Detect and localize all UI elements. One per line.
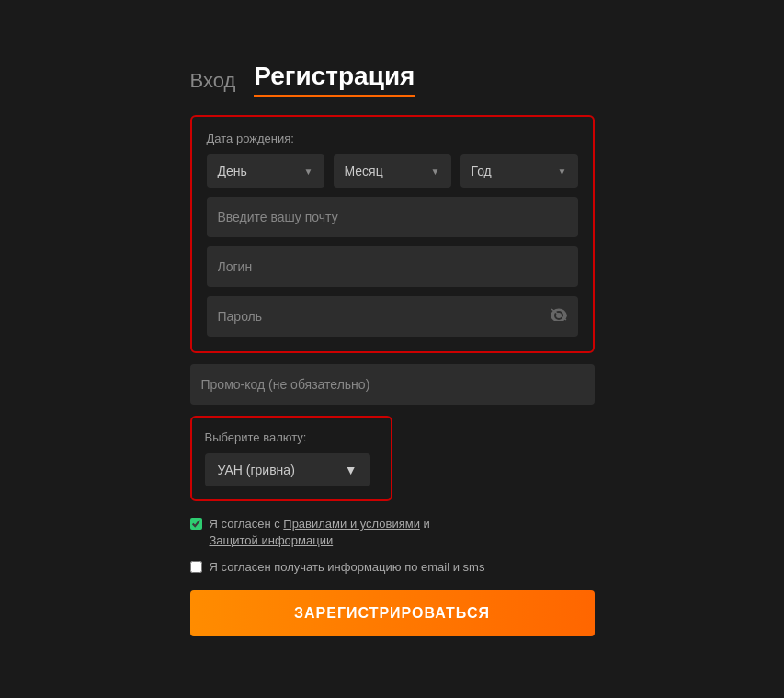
login-field[interactable] <box>207 246 578 287</box>
main-form-section: Дата рождения: День ▼ Месяц ▼ Год ▼ <box>190 115 595 353</box>
birthday-row: День ▼ Месяц ▼ Год ▼ <box>207 154 578 188</box>
month-chevron-icon: ▼ <box>431 166 440 177</box>
privacy-link[interactable]: Защитой информации <box>210 533 334 547</box>
tab-login[interactable]: Вход <box>190 69 236 97</box>
register-button[interactable]: ЗАРЕГИСТРИРОВАТЬСЯ <box>190 590 595 636</box>
currency-section: Выберите валюту: УАН (гривна) ▼ <box>190 416 392 501</box>
email-field[interactable] <box>207 197 578 237</box>
currency-dropdown[interactable]: УАН (гривна) ▼ <box>205 453 370 486</box>
terms-checkbox[interactable] <box>190 518 202 530</box>
password-field[interactable] <box>207 296 578 337</box>
year-label: Год <box>472 164 492 178</box>
toggle-password-icon[interactable] <box>551 308 567 325</box>
registration-container: Вход Регистрация Дата рождения: День ▼ М… <box>172 34 613 664</box>
year-chevron-icon: ▼ <box>558 166 567 177</box>
day-label: День <box>218 164 247 178</box>
month-dropdown[interactable]: Месяц ▼ <box>334 154 451 188</box>
currency-label: Выберите валюту: <box>205 430 378 444</box>
email-sms-checkbox[interactable] <box>190 561 202 573</box>
terms-checkbox-row: Я согласен с Правилами и условиями и Защ… <box>190 516 595 549</box>
birthday-label: Дата рождения: <box>207 132 578 145</box>
password-wrapper <box>207 296 578 337</box>
month-label: Месяц <box>345 164 383 178</box>
day-dropdown[interactable]: День ▼ <box>207 154 324 188</box>
promo-field[interactable] <box>190 364 595 405</box>
email-sms-checkbox-row: Я согласен получать информацию по email … <box>190 559 595 576</box>
currency-chevron-icon: ▼ <box>345 463 358 477</box>
email-sms-label: Я согласен получать информацию по email … <box>210 559 485 576</box>
checkboxes-container: Я согласен с Правилами и условиями и Защ… <box>190 516 595 576</box>
tab-register[interactable]: Регистрация <box>254 62 415 97</box>
year-dropdown[interactable]: Год ▼ <box>460 154 578 188</box>
terms-label: Я согласен с Правилами и условиями и Защ… <box>210 516 430 549</box>
auth-tabs: Вход Регистрация <box>190 62 595 97</box>
currency-selected: УАН (гривна) <box>218 463 295 477</box>
terms-link[interactable]: Правилами и условиями <box>283 517 420 531</box>
day-chevron-icon: ▼ <box>304 166 313 177</box>
